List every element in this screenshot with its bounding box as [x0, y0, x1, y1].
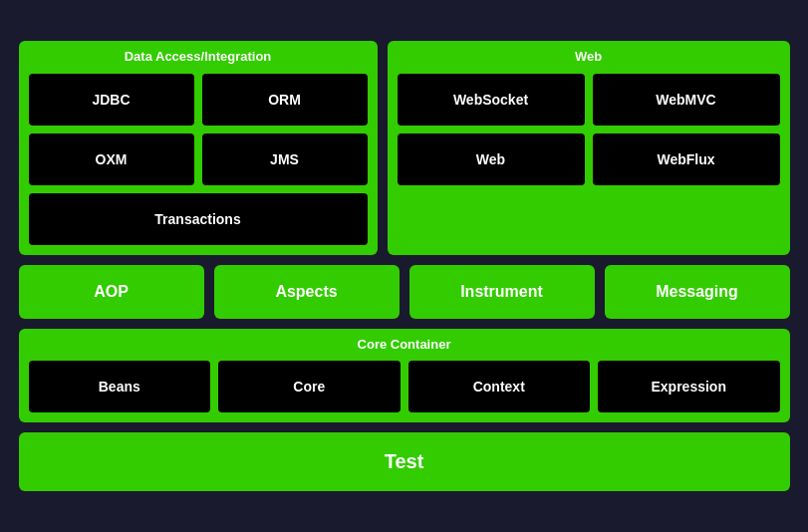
web-section: Web WebSocket WebMVC Web WebFlux: [388, 41, 790, 255]
expression-box: Expression: [598, 361, 780, 412]
websocket-box: WebSocket: [398, 74, 585, 126]
row2: AOP Aspects Instrument Messaging: [19, 265, 790, 319]
row1: Data Access/Integration JDBC ORM OXM JMS…: [19, 41, 790, 255]
webflux-box: WebFlux: [593, 133, 780, 185]
aspects-label: Aspects: [275, 283, 337, 301]
aop-label: AOP: [94, 283, 129, 301]
core-box: Core: [218, 361, 401, 412]
jdbc-box: JDBC: [29, 74, 194, 126]
data-access-title: Data Access/Integration: [29, 49, 368, 66]
data-access-section: Data Access/Integration JDBC ORM OXM JMS…: [19, 41, 378, 255]
test-section: Test: [19, 432, 790, 491]
web-title: Web: [398, 49, 780, 66]
aop-box: AOP: [19, 265, 204, 319]
core-container-section: Core Container Beans Core Context Expres…: [19, 329, 790, 423]
webmvc-box: WebMVC: [593, 74, 780, 126]
web-grid: WebSocket WebMVC Web WebFlux: [398, 74, 780, 185]
data-access-grid: JDBC ORM OXM JMS: [29, 74, 368, 185]
core-grid: Beans Core Context Expression: [29, 361, 780, 412]
transactions-box: Transactions: [29, 193, 368, 245]
oxm-box: OXM: [29, 133, 194, 185]
spring-diagram: Data Access/Integration JDBC ORM OXM JMS…: [11, 33, 798, 500]
data-access-bottom: Transactions: [29, 193, 368, 245]
orm-box: ORM: [202, 74, 368, 126]
aspects-box: Aspects: [214, 265, 400, 319]
instrument-label: Instrument: [460, 283, 543, 301]
messaging-label: Messaging: [656, 283, 738, 301]
core-container-title: Core Container: [29, 337, 780, 354]
jms-box: JMS: [202, 133, 368, 185]
web-box: Web: [398, 133, 585, 185]
test-label: Test: [385, 450, 424, 473]
context-box: Context: [408, 361, 591, 412]
beans-box: Beans: [29, 361, 211, 412]
messaging-box: Messaging: [605, 265, 790, 319]
instrument-box: Instrument: [409, 265, 595, 319]
